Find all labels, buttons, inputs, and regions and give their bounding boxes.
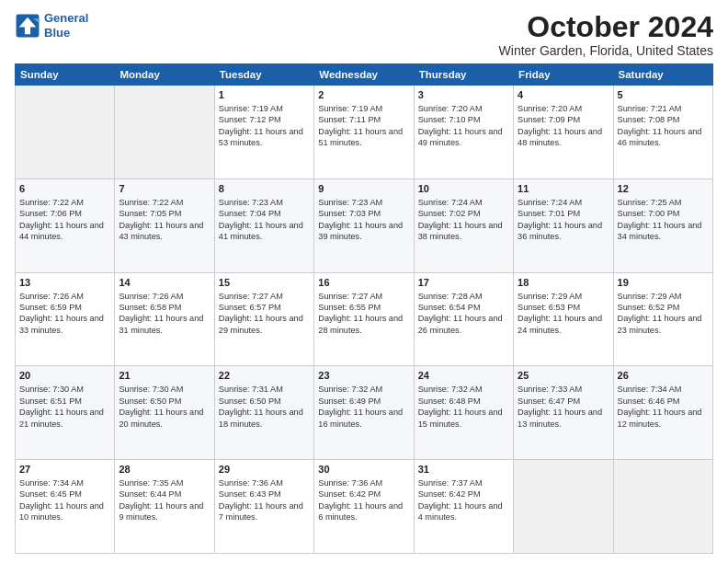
day-detail: Daylight: 11 hours and 13 minutes. [518,407,609,430]
day-number: 17 [418,276,509,290]
table-row: 31Sunrise: 7:37 AMSunset: 6:42 PMDayligh… [414,460,513,554]
day-detail: Sunset: 6:42 PM [418,488,509,500]
table-row: 16Sunrise: 7:27 AMSunset: 6:55 PMDayligh… [314,272,414,366]
table-row: 8Sunrise: 7:23 AMSunset: 7:04 PMDaylight… [214,178,313,272]
day-number: 26 [618,369,709,383]
table-row: 24Sunrise: 7:32 AMSunset: 6:48 PMDayligh… [414,366,513,460]
day-detail: Sunrise: 7:24 AM [418,197,509,208]
day-detail: Sunset: 6:57 PM [219,302,310,313]
day-detail: Sunset: 6:52 PM [618,302,709,313]
day-detail: Daylight: 11 hours and 36 minutes. [518,220,609,243]
title-month: October 2024 [499,11,713,43]
day-detail: Daylight: 11 hours and 39 minutes. [318,220,409,243]
table-row: 11Sunrise: 7:24 AMSunset: 7:01 PMDayligh… [514,178,613,272]
day-detail: Sunset: 6:43 PM [219,488,310,500]
table-row: 25Sunrise: 7:33 AMSunset: 6:47 PMDayligh… [514,366,613,460]
day-detail: Sunrise: 7:34 AM [618,384,709,395]
day-number: 3 [418,88,509,102]
day-detail: Daylight: 11 hours and 34 minutes. [618,220,709,243]
table-row: 13Sunrise: 7:26 AMSunset: 6:59 PMDayligh… [16,272,115,366]
logo: General Blue [15,11,88,40]
table-row: 26Sunrise: 7:34 AMSunset: 6:46 PMDayligh… [613,366,712,460]
title-block: October 2024 Winter Garden, Florida, Uni… [499,11,713,58]
day-detail: Sunrise: 7:26 AM [19,291,110,302]
day-detail: Daylight: 11 hours and 43 minutes. [119,220,210,243]
calendar-week-2: 6Sunrise: 7:22 AMSunset: 7:06 PMDaylight… [16,178,713,272]
day-detail: Sunset: 6:49 PM [318,396,409,407]
day-number: 19 [618,276,709,290]
day-detail: Sunset: 6:51 PM [19,396,110,407]
day-detail: Daylight: 11 hours and 7 minutes. [219,500,310,523]
table-row: 23Sunrise: 7:32 AMSunset: 6:49 PMDayligh… [314,366,414,460]
col-thursday: Thursday [414,64,513,86]
table-row: 15Sunrise: 7:27 AMSunset: 6:57 PMDayligh… [214,272,313,366]
day-number: 30 [318,463,409,477]
table-row [613,460,712,554]
day-detail: Sunset: 6:55 PM [318,302,409,313]
table-row: 9Sunrise: 7:23 AMSunset: 7:03 PMDaylight… [314,178,414,272]
day-detail: Daylight: 11 hours and 31 minutes. [119,313,210,336]
col-sunday: Sunday [16,64,115,86]
day-number: 6 [19,182,110,196]
day-detail: Daylight: 11 hours and 26 minutes. [418,313,509,336]
table-row [115,86,214,179]
day-detail: Sunrise: 7:29 AM [618,291,709,302]
day-detail: Daylight: 11 hours and 23 minutes. [618,313,709,336]
table-row: 19Sunrise: 7:29 AMSunset: 6:52 PMDayligh… [613,272,712,366]
day-detail: Sunset: 6:50 PM [219,396,310,407]
logo-blue: Blue [44,26,70,40]
col-friday: Friday [514,64,613,86]
header: General Blue October 2024 Winter Garden,… [15,11,713,58]
day-number: 15 [219,276,310,290]
day-number: 7 [119,182,210,196]
day-number: 13 [19,276,110,290]
day-detail: Sunset: 7:04 PM [219,208,310,219]
logo-text: General Blue [44,11,88,40]
calendar-week-3: 13Sunrise: 7:26 AMSunset: 6:59 PMDayligh… [16,272,713,366]
table-row: 21Sunrise: 7:30 AMSunset: 6:50 PMDayligh… [115,366,214,460]
day-detail: Sunrise: 7:19 AM [219,103,310,114]
table-row: 22Sunrise: 7:31 AMSunset: 6:50 PMDayligh… [214,366,313,460]
day-detail: Sunrise: 7:28 AM [418,291,509,302]
day-detail: Daylight: 11 hours and 44 minutes. [19,220,110,243]
day-detail: Daylight: 11 hours and 51 minutes. [318,126,409,149]
day-detail: Sunset: 6:54 PM [418,302,509,313]
day-detail: Sunset: 6:46 PM [618,396,709,407]
day-detail: Sunrise: 7:32 AM [418,384,509,395]
day-detail: Daylight: 11 hours and 33 minutes. [19,313,110,336]
table-row: 7Sunrise: 7:22 AMSunset: 7:05 PMDaylight… [115,178,214,272]
day-number: 14 [119,276,210,290]
calendar-table: Sunday Monday Tuesday Wednesday Thursday… [15,63,713,554]
day-detail: Daylight: 11 hours and 24 minutes. [518,313,609,336]
day-detail: Sunrise: 7:23 AM [318,197,409,208]
table-row: 20Sunrise: 7:30 AMSunset: 6:51 PMDayligh… [16,366,115,460]
day-number: 2 [318,88,409,102]
table-row: 30Sunrise: 7:36 AMSunset: 6:42 PMDayligh… [314,460,414,554]
day-detail: Daylight: 11 hours and 48 minutes. [518,126,609,149]
day-detail: Sunset: 6:48 PM [418,396,509,407]
day-detail: Sunrise: 7:19 AM [318,103,409,114]
day-detail: Daylight: 11 hours and 41 minutes. [219,220,310,243]
day-detail: Sunrise: 7:22 AM [119,197,210,208]
day-detail: Sunrise: 7:22 AM [19,197,110,208]
table-row: 2Sunrise: 7:19 AMSunset: 7:11 PMDaylight… [314,86,414,179]
day-detail: Sunrise: 7:24 AM [518,197,609,208]
day-number: 9 [318,182,409,196]
col-wednesday: Wednesday [314,64,414,86]
day-detail: Sunset: 7:05 PM [119,208,210,219]
day-number: 18 [518,276,609,290]
day-detail: Sunset: 7:10 PM [418,114,509,125]
day-detail: Sunrise: 7:25 AM [618,197,709,208]
day-detail: Daylight: 11 hours and 6 minutes. [318,500,409,523]
day-number: 28 [119,463,210,477]
col-monday: Monday [115,64,214,86]
day-detail: Sunrise: 7:20 AM [518,103,609,114]
day-detail: Sunset: 6:50 PM [119,396,210,407]
day-number: 29 [219,463,310,477]
table-row [514,460,613,554]
day-number: 16 [318,276,409,290]
day-detail: Sunrise: 7:27 AM [318,291,409,302]
day-detail: Sunset: 6:44 PM [119,488,210,500]
day-detail: Sunset: 6:59 PM [19,302,110,313]
day-number: 31 [418,463,509,477]
